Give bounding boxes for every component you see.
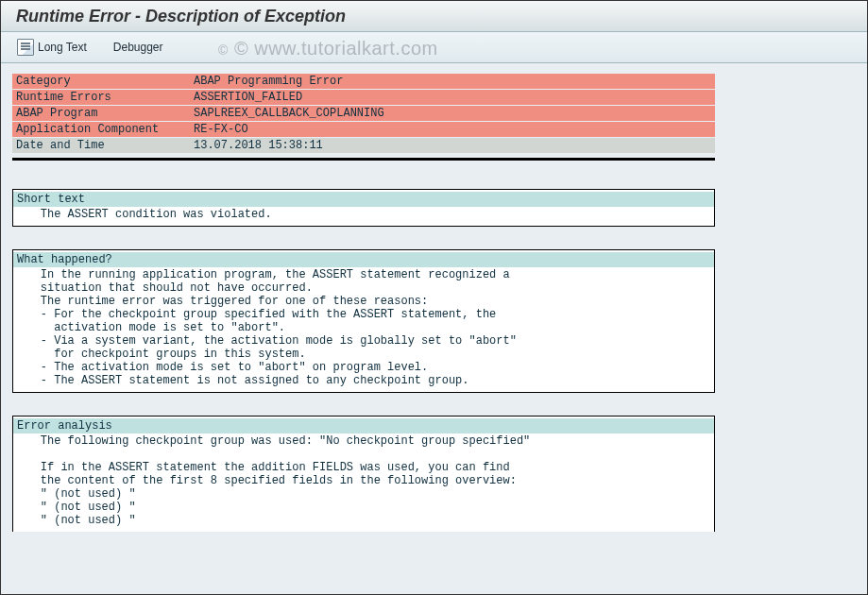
what-happened-body: In the running application program, the … [13,267,714,388]
info-value: 13.07.2018 15:38:11 [190,138,715,153]
short-text-body: The ASSERT condition was violated. [13,207,714,222]
info-row: Date and Time13.07.2018 15:38:11 [12,138,715,153]
long-text-label: Long Text [38,41,87,54]
info-label: Runtime Errors [12,90,190,105]
info-label: Date and Time [12,138,190,153]
debugger-label: Debugger [113,41,163,54]
info-label: Category [12,74,190,89]
document-icon [17,39,34,56]
info-row: ABAP ProgramSAPLREEX_CALLBACK_COPLANNING [12,106,715,121]
short-text-block: Short text The ASSERT condition was viol… [12,189,715,227]
content-area: CategoryABAP Programming ErrorRuntime Er… [1,63,867,541]
info-label: ABAP Program [12,106,190,121]
info-value: ASSERTION_FAILED [190,90,715,105]
title-text: Runtime Error - Description of Exception [16,7,346,26]
titlebar: Runtime Error - Description of Exception [1,1,867,32]
long-text-button[interactable]: Long Text [10,36,94,59]
toolbar: Long Text Debugger [1,32,867,63]
what-happened-block: What happened? In the running applicatio… [12,249,715,393]
what-happened-heading: What happened? [13,252,714,267]
info-row: Application ComponentRE-FX-CO [12,122,715,137]
info-table: CategoryABAP Programming ErrorRuntime Er… [12,73,715,154]
error-analysis-block: Error analysis The following checkpoint … [12,416,715,532]
short-text-heading: Short text [13,192,714,207]
info-value: RE-FX-CO [190,122,715,137]
info-label: Application Component [12,122,190,137]
info-row: CategoryABAP Programming Error [12,74,715,89]
separator-line [12,158,715,161]
app-frame: Runtime Error - Description of Exception… [0,0,868,595]
debugger-button[interactable]: Debugger [107,38,170,57]
info-row: Runtime ErrorsASSERTION_FAILED [12,90,715,105]
info-value: ABAP Programming Error [190,74,715,89]
error-analysis-heading: Error analysis [13,418,714,434]
error-analysis-body: The following checkpoint group was used:… [13,434,714,528]
info-value: SAPLREEX_CALLBACK_COPLANNING [190,106,715,121]
